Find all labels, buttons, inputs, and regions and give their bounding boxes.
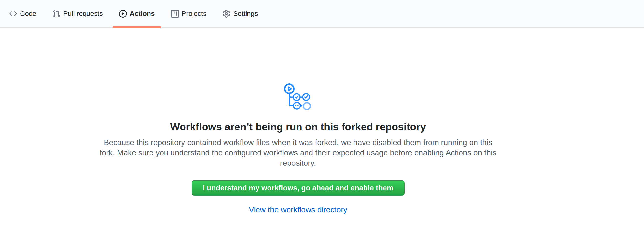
tab-label: Projects bbox=[182, 10, 206, 17]
tab-label: Settings bbox=[233, 10, 258, 17]
tab-actions[interactable]: Actions bbox=[113, 0, 161, 28]
tab-code[interactable]: Code bbox=[3, 0, 43, 28]
code-icon bbox=[9, 10, 17, 18]
project-icon bbox=[171, 10, 179, 18]
workflow-graph-icon bbox=[284, 83, 312, 110]
repo-tab-bar: Code Pull requests Actions Projects Sett… bbox=[0, 0, 644, 28]
enable-workflows-button[interactable]: I understand my workflows, go ahead and … bbox=[192, 180, 404, 195]
tab-projects[interactable]: Projects bbox=[165, 0, 213, 28]
tab-label: Pull requests bbox=[63, 10, 103, 17]
tab-pull-requests[interactable]: Pull requests bbox=[46, 0, 109, 28]
blankslate-actions: I understand my workflows, go ahead and … bbox=[0, 180, 596, 195]
view-workflows-directory-link[interactable]: View the workflows directory bbox=[249, 205, 347, 214]
blankslate-description: Because this repository contained workfl… bbox=[99, 137, 497, 168]
tab-label: Code bbox=[20, 10, 36, 17]
play-icon bbox=[119, 10, 127, 18]
blankslate-heading: Workflows aren’t being run on this forke… bbox=[0, 121, 596, 133]
git-pull-request-icon bbox=[52, 10, 60, 18]
gear-icon bbox=[222, 10, 230, 18]
tab-label: Actions bbox=[130, 10, 155, 17]
blankslate-link-row: View the workflows directory bbox=[0, 205, 596, 214]
actions-blankslate: Workflows aren’t being run on this forke… bbox=[0, 83, 596, 214]
tab-settings[interactable]: Settings bbox=[216, 0, 264, 28]
